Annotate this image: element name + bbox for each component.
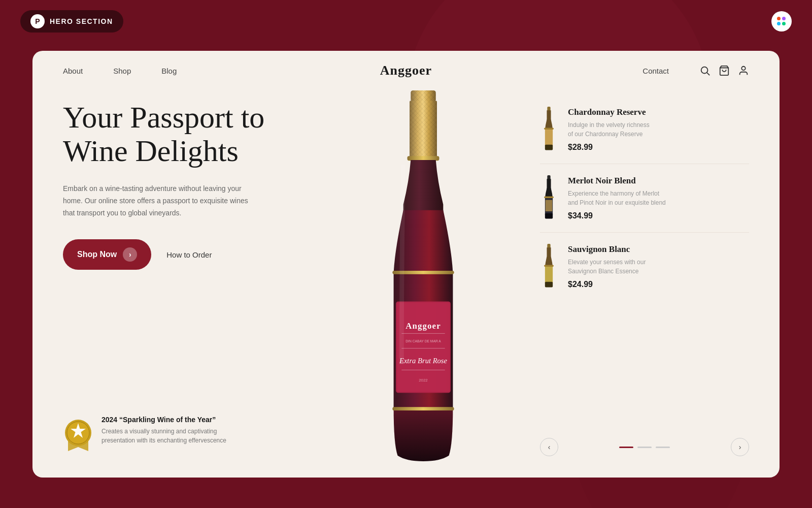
product-desc-3: Elevate your senses with ourSauvignon Bl… <box>568 258 749 276</box>
svg-rect-39 <box>547 247 551 258</box>
nav-about[interactable]: About <box>63 67 83 75</box>
nav-left: About Shop Blog <box>63 67 406 75</box>
product-bottle-merlot <box>540 175 558 221</box>
svg-text:Extra Brut Rose: Extra Brut Rose <box>399 357 448 365</box>
hero-title: Your Passport to Wine Delights <box>63 101 327 168</box>
next-button[interactable]: › <box>731 438 749 456</box>
svg-text:2022: 2022 <box>419 378 427 383</box>
product-info-sauvignon: Sauvignon Blanc Elevate your senses with… <box>568 244 749 289</box>
svg-rect-33 <box>547 179 551 189</box>
svg-rect-14 <box>408 156 439 161</box>
nav-right: Contact <box>406 65 749 76</box>
how-to-order-button[interactable]: How to Order <box>166 250 212 259</box>
nav-shop[interactable]: Shop <box>113 67 131 75</box>
product-info-merlot: Merlot Noir Blend Experience the harmony… <box>568 176 749 220</box>
svg-rect-35 <box>545 213 553 219</box>
figma-dot-purple <box>782 17 786 20</box>
award-text: 2024 “Sparkling Wine of the Year” Create… <box>101 416 233 445</box>
svg-rect-11 <box>411 90 435 102</box>
badge-text: HERO SECTION <box>50 17 113 25</box>
btn-group: Shop Now › How to Order <box>63 239 327 270</box>
product-name-1: Chardonnay Reserve <box>568 107 749 117</box>
right-section: Chardonnay Reserve Indulge in the velvet… <box>520 90 749 466</box>
nav-contact[interactable]: Contact <box>642 67 669 75</box>
figma-dot-blue <box>777 22 781 25</box>
bag-icon[interactable] <box>719 65 730 76</box>
product-desc-1: Indulge in the velvety richnessof our Ch… <box>568 120 749 139</box>
hero-subtitle: Embark on a wine-tasting adventure witho… <box>63 183 256 219</box>
dot-1 <box>619 447 633 448</box>
svg-rect-30 <box>545 145 553 150</box>
nav-icons <box>699 65 749 76</box>
main-card: About Shop Blog Anggoer Contact <box>32 51 780 478</box>
product-item-sauvignon: Sauvignon Blanc Elevate your senses with… <box>540 233 749 301</box>
svg-rect-37 <box>546 200 553 212</box>
dot-3 <box>656 447 670 448</box>
svg-point-3 <box>741 67 745 70</box>
product-item-merlot: Merlot Noir Blend Experience the harmony… <box>540 164 749 233</box>
pagination: ‹ › <box>540 430 749 466</box>
shop-now-label: Shop Now <box>77 250 117 259</box>
nav-blog[interactable]: Blog <box>161 67 177 75</box>
dot-2 <box>637 447 652 448</box>
product-price-3: $24.99 <box>568 280 749 289</box>
award-title: 2024 “Sparkling Wine of the Year” <box>101 416 233 424</box>
badge-icon: P <box>30 14 45 28</box>
search-icon[interactable] <box>699 65 710 76</box>
product-list: Chardonnay Reserve Indulge in the velvet… <box>540 96 749 301</box>
svg-text:DIN CABAY DE MAR A: DIN CABAY DE MAR A <box>405 339 441 343</box>
svg-rect-13 <box>410 101 437 157</box>
left-section: Your Passport to Wine Delights Embark on… <box>63 90 327 466</box>
shop-arrow-icon: › <box>123 247 137 262</box>
product-price-1: $28.99 <box>568 143 749 152</box>
award-desc: Creates a visually stunning and captivat… <box>101 427 233 445</box>
product-price-2: $34.99 <box>568 211 749 220</box>
center-section: Anggoer DIN CABAY DE MAR A Extra Brut Ro… <box>327 90 520 466</box>
figma-dot-green <box>782 22 786 25</box>
product-item-chardonnay: Chardonnay Reserve Indulge in the velvet… <box>540 96 749 164</box>
prev-button[interactable]: ‹ <box>540 438 558 456</box>
product-bottle-chardonnay <box>540 107 558 152</box>
user-icon[interactable] <box>738 65 749 76</box>
figma-dot-red <box>777 17 781 20</box>
navbar: About Shop Blog Anggoer Contact <box>32 51 780 90</box>
svg-line-1 <box>707 73 709 75</box>
hero-section-badge: P HERO SECTION <box>20 10 123 33</box>
product-name-2: Merlot Noir Blend <box>568 176 749 186</box>
top-bar: P HERO SECTION <box>20 10 792 33</box>
svg-rect-17 <box>392 407 454 410</box>
svg-rect-42 <box>544 265 554 267</box>
product-name-3: Sauvignon Blanc <box>568 244 749 255</box>
pagination-dots <box>619 447 670 448</box>
svg-rect-40 <box>545 266 553 283</box>
shop-now-button[interactable]: Shop Now › <box>63 239 151 270</box>
svg-rect-28 <box>547 110 551 120</box>
wine-bottle: Anggoer DIN CABAY DE MAR A Extra Brut Ro… <box>327 90 520 461</box>
product-info-chardonnay: Chardonnay Reserve Indulge in the velvet… <box>568 107 749 152</box>
award-badge-icon <box>63 416 93 451</box>
figma-button[interactable] <box>771 11 792 31</box>
svg-text:Anggoer: Anggoer <box>405 321 441 331</box>
svg-rect-41 <box>545 282 553 288</box>
svg-rect-29 <box>545 129 553 146</box>
svg-point-0 <box>701 67 708 74</box>
nav-logo: Anggoer <box>380 63 432 78</box>
svg-rect-36 <box>544 196 554 198</box>
award-section: 2024 “Sparkling Wine of the Year” Create… <box>63 416 327 466</box>
product-desc-2: Experience the harmony of Merlotand Pino… <box>568 189 749 207</box>
product-bottle-sauvignon <box>540 244 558 290</box>
svg-rect-31 <box>544 128 554 130</box>
content-area: Your Passport to Wine Delights Embark on… <box>32 90 780 466</box>
